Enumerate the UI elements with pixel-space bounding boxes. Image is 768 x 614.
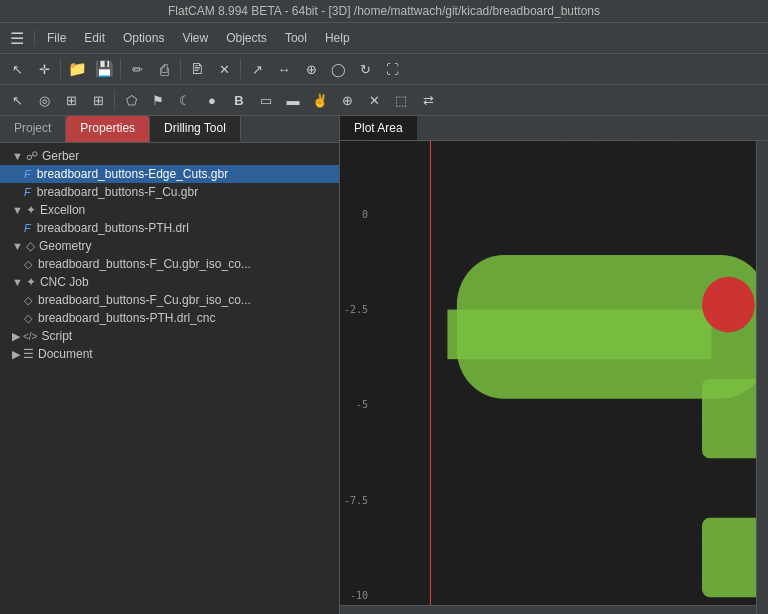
crosshair-icon[interactable]: ✛ [31, 56, 57, 82]
y-label-10: -10 [350, 590, 368, 601]
filled-circle-icon[interactable]: ● [199, 87, 225, 113]
tree-geo1[interactable]: ◇ breadboard_buttons-F_Cu.gbr_iso_co... [0, 255, 339, 273]
gerber-label: Gerber [42, 149, 79, 163]
rect2-draw-icon[interactable]: ▬ [280, 87, 306, 113]
script-label: Script [41, 329, 72, 343]
crop-icon[interactable]: ⬚ [388, 87, 414, 113]
cnc1-icon: ◇ [24, 294, 32, 307]
f-cu-label: breadboard_buttons-F_Cu.gbr [37, 185, 198, 199]
tree-document-group[interactable]: ▶ ☰ Document [0, 345, 339, 363]
tree-cnc2[interactable]: ◇ breadboard_buttons-PTH.drl_cnc [0, 309, 339, 327]
svg-point-6 [702, 277, 755, 333]
rect-draw-icon[interactable]: ▭ [253, 87, 279, 113]
target-icon[interactable]: ⊕ [298, 56, 324, 82]
edge-cuts-label: breadboard_buttons-Edge_Cuts.gbr [37, 167, 228, 181]
menu-options[interactable]: Options [115, 29, 172, 47]
open-file-icon[interactable]: 📁 [64, 56, 90, 82]
close-x-icon[interactable]: ✕ [211, 56, 237, 82]
sep3 [180, 59, 181, 79]
circle-select-icon[interactable]: ◎ [31, 87, 57, 113]
menu-bar: ☰ File Edit Options View Objects Tool He… [0, 23, 768, 54]
pth-file-icon: F [24, 222, 31, 234]
menu-view[interactable]: View [174, 29, 216, 47]
menu-tool[interactable]: Tool [277, 29, 315, 47]
tree-cnc-group[interactable]: ▼ ✦ CNC Job [0, 273, 339, 291]
y-axis: 0 -2.5 -5 -7.5 -10 [340, 167, 372, 614]
polygon-icon[interactable]: ⬠ [118, 87, 144, 113]
main-layout: Project Properties Drilling Tool ▼ ☍ Ger… [0, 116, 768, 614]
tab-properties[interactable]: Properties [66, 116, 150, 142]
plot-tab-area[interactable]: Plot Area [340, 116, 417, 140]
toolbar-1: ↖ ✛ 📁 💾 ✏ ⎙ 🖹 ✕ ↗ ↔ ⊕ ◯ ↻ ⛶ [0, 54, 768, 85]
pcb-svg [372, 141, 768, 614]
tab-project[interactable]: Project [0, 116, 66, 142]
origin-icon[interactable]: ↻ [352, 56, 378, 82]
horizontal-scrollbar[interactable] [340, 605, 756, 614]
tree-f-cu[interactable]: F breadboard_buttons-F_Cu.gbr [0, 183, 339, 201]
geometry-folder-icon: ◇ [26, 239, 35, 253]
y-label-0: 0 [362, 209, 368, 220]
flag-icon[interactable]: ⚑ [145, 87, 171, 113]
tab-drilling-tool[interactable]: Drilling Tool [150, 116, 241, 142]
pcb-area: Dx: -140.7160 [mm] Dy: 86.8680 [mm] X: -… [372, 141, 768, 614]
f-cu-file-icon: F [24, 186, 31, 198]
tree-excellon-group[interactable]: ▼ ✦ Excellon [0, 201, 339, 219]
y-label-2-5: -2.5 [344, 304, 368, 315]
hexpand-icon[interactable]: ↔ [271, 56, 297, 82]
arrow-icon[interactable]: ↖ [4, 56, 30, 82]
pencil-icon[interactable]: ✏ [124, 56, 150, 82]
menu-edit[interactable]: Edit [76, 29, 113, 47]
save-file-icon[interactable]: 💾 [91, 56, 117, 82]
title-text: FlatCAM 8.994 BETA - 64bit - [3D] /home/… [168, 4, 600, 18]
cnc-folder-icon: ✦ [26, 275, 36, 289]
tree-gerber-group[interactable]: ▼ ☍ Gerber [0, 147, 339, 165]
document-folder-icon: ☰ [23, 347, 34, 361]
cnc-expand-icon: ▼ [12, 276, 23, 288]
right-panel: Plot Area 0 -2.5 -5 -7.5 -10 Dx: -140.71… [340, 116, 768, 614]
flip-icon[interactable]: ⇄ [415, 87, 441, 113]
excellon-label: Excellon [40, 203, 85, 217]
tree-script-group[interactable]: ▶ </> Script [0, 327, 339, 345]
plot-canvas[interactable]: 0 -2.5 -5 -7.5 -10 Dx: -140.7160 [mm] Dy… [340, 141, 768, 614]
union-icon[interactable]: ⊕ [334, 87, 360, 113]
geo1-icon: ◇ [24, 258, 32, 271]
xor-icon[interactable]: ✕ [361, 87, 387, 113]
bold-icon[interactable]: B [226, 87, 252, 113]
document-expand-icon: ▶ [12, 348, 20, 361]
gerber-expand-icon: ▼ [12, 150, 23, 162]
pth-label: breadboard_buttons-PTH.drl [37, 221, 189, 235]
excellon-expand-icon: ▼ [12, 204, 23, 216]
expand-icon[interactable]: ↗ [244, 56, 270, 82]
menu-file[interactable]: File [39, 29, 74, 47]
y-label-7-5: -7.5 [344, 495, 368, 506]
select-icon[interactable]: ↖ [4, 87, 30, 113]
cnc-label: CNC Job [40, 275, 89, 289]
map-icon[interactable]: ⛶ [379, 56, 405, 82]
edge-cuts-file-icon: F [24, 168, 31, 180]
geometry-expand-icon: ▼ [12, 240, 23, 252]
project-tree: ▼ ☍ Gerber F breadboard_buttons-Edge_Cut… [0, 143, 339, 614]
app-menu-icon[interactable]: ☰ [4, 25, 30, 51]
tree-cnc1[interactable]: ◇ breadboard_buttons-F_Cu.gbr_iso_co... [0, 291, 339, 309]
document-label: Document [38, 347, 93, 361]
geo1-label: breadboard_buttons-F_Cu.gbr_iso_co... [38, 257, 251, 271]
grid2-icon[interactable]: ⊞ [58, 87, 84, 113]
circle-cross-icon[interactable]: ◯ [325, 56, 351, 82]
paint-icon[interactable]: ✌ [307, 87, 333, 113]
menu-objects[interactable]: Objects [218, 29, 275, 47]
sep [60, 59, 61, 79]
tree-geometry-group[interactable]: ▼ ◇ Geometry [0, 237, 339, 255]
moon-icon[interactable]: ☾ [172, 87, 198, 113]
new-doc-icon[interactable]: 🖹 [184, 56, 210, 82]
tree-pth[interactable]: F breadboard_buttons-PTH.drl [0, 219, 339, 237]
menu-help[interactable]: Help [317, 29, 358, 47]
left-panel: Project Properties Drilling Tool ▼ ☍ Ger… [0, 116, 340, 614]
copy-icon[interactable]: ⎙ [151, 56, 177, 82]
geometry-label: Geometry [39, 239, 92, 253]
cnc1-label: breadboard_buttons-F_Cu.gbr_iso_co... [38, 293, 251, 307]
snap2-icon[interactable]: ⊞ [85, 87, 111, 113]
vertical-scrollbar[interactable] [756, 141, 768, 614]
tree-edge-cuts[interactable]: F breadboard_buttons-Edge_Cuts.gbr [0, 165, 339, 183]
title-bar: FlatCAM 8.994 BETA - 64bit - [3D] /home/… [0, 0, 768, 23]
sep4 [240, 59, 241, 79]
